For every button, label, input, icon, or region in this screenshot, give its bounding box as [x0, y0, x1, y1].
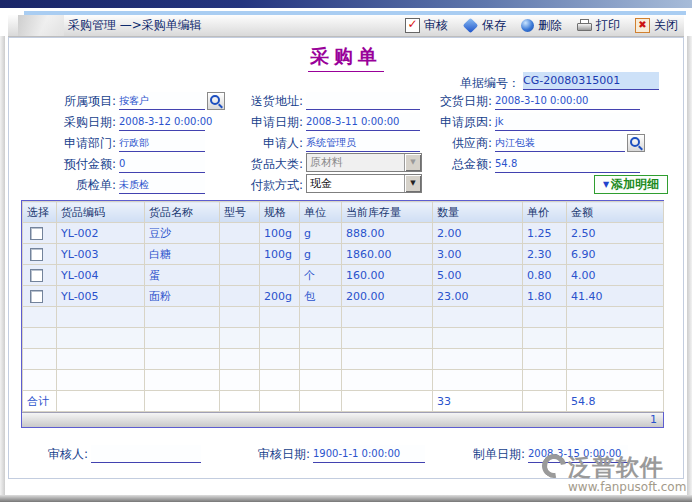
add-detail-button[interactable]: ▼ 添加明细: [594, 175, 668, 194]
purchase-order-window: 采购管理 —>采购单编辑 ✓ 审核 保存 删除 打印 ✖ 关闭: [0, 0, 692, 502]
col-select: 选择: [23, 202, 57, 223]
table-row[interactable]: YL-002 豆沙 100g g 888.00 2.00 1.25 2.50: [23, 223, 664, 244]
delete-icon: [521, 19, 534, 32]
print-button-label: 打印: [596, 17, 620, 34]
apply-date-label: 申请日期:: [230, 113, 303, 131]
qc-sheet-label: 质检单:: [20, 176, 116, 194]
delivery-date-label: 交货日期:: [400, 92, 492, 110]
grid-pager: 1: [22, 412, 663, 427]
row-checkbox[interactable]: [30, 290, 43, 303]
purchase-date-label: 采购日期:: [20, 113, 116, 131]
total-amount: 54.8: [567, 391, 664, 412]
goods-category-value: 原材料: [307, 154, 404, 171]
close-button-label: 关闭: [654, 17, 678, 34]
audit-button-label: 审核: [424, 17, 448, 34]
close-button[interactable]: ✖ 关闭: [635, 17, 678, 34]
doc-no-label: 单据编号：: [420, 74, 520, 92]
audit-date-label: 审核日期:: [240, 445, 310, 463]
col-model: 型号: [220, 202, 260, 223]
empty-row: [23, 307, 664, 328]
delivery-address-label: 送货地址:: [230, 92, 303, 110]
col-amount: 金额: [567, 202, 664, 223]
caret-down-icon: ▼: [603, 180, 609, 189]
project-search-button[interactable]: [207, 92, 225, 110]
brand-name: 泛普软件: [568, 452, 664, 483]
col-price: 单价: [523, 202, 567, 223]
audit-check-icon: ✓: [405, 18, 420, 33]
row-checkbox[interactable]: [30, 227, 43, 240]
window-frame-left: [0, 36, 5, 495]
delete-button[interactable]: 删除: [521, 17, 562, 34]
col-stock: 当前库存量: [342, 202, 433, 223]
payment-method-select[interactable]: 现金 ▼: [306, 174, 422, 193]
col-qty: 数量: [433, 202, 523, 223]
save-icon: [463, 18, 479, 34]
supplier-search-button[interactable]: [627, 134, 645, 152]
total-amount-field[interactable]: 54.8: [495, 155, 640, 173]
empty-row: [23, 349, 664, 370]
row-checkbox[interactable]: [30, 248, 43, 261]
print-icon: [577, 19, 592, 32]
brand-url: www.fanpusoft.com: [568, 480, 686, 494]
project-field[interactable]: 按客户: [119, 92, 205, 110]
prepay-amount-label: 预付金额:: [20, 155, 116, 173]
doc-title: 采购单: [0, 44, 692, 72]
toolbar-buttons: ✓ 审核 保存 删除 打印 ✖ 关闭: [405, 15, 678, 36]
table-row[interactable]: YL-004 蛋 个 160.00 5.00 0.80 4.00: [23, 265, 664, 286]
audit-date-field[interactable]: 1900-1-1 0:00:00: [313, 445, 425, 463]
col-spec: 规格: [260, 202, 300, 223]
audit-button[interactable]: ✓ 审核: [405, 17, 448, 34]
print-button[interactable]: 打印: [577, 17, 620, 34]
window-title-strip: [0, 0, 692, 8]
goods-category-label: 货品大类:: [230, 155, 303, 173]
project-label: 所属项目:: [20, 92, 116, 110]
chevron-down-icon[interactable]: ▼: [404, 175, 421, 192]
add-detail-label: 添加明细: [611, 176, 659, 193]
auditor-label: 审核人:: [20, 445, 88, 463]
brand-logo-icon: [537, 449, 570, 482]
prepay-amount-field[interactable]: 0: [119, 155, 205, 173]
delete-button-label: 删除: [538, 17, 562, 34]
breadcrumb: 采购管理 —>采购单编辑: [68, 15, 202, 36]
qc-sheet-field[interactable]: 未质检: [119, 176, 205, 194]
col-unit: 单位: [300, 202, 342, 223]
payment-method-value: 现金: [307, 175, 404, 192]
supplier-field[interactable]: 内江包装: [495, 134, 625, 152]
col-name: 货品名称: [145, 202, 220, 223]
empty-row: [23, 370, 664, 391]
close-icon: ✖: [635, 18, 650, 33]
brand-watermark: 泛普软件 www.fanpusoft.com: [542, 452, 688, 498]
apply-dept-field[interactable]: 行政部: [119, 134, 205, 152]
purchase-date-field[interactable]: 2008-3-12 0:00:00: [119, 113, 205, 131]
save-button-label: 保存: [482, 17, 506, 34]
detail-grid: 选择 货品编码 货品名称 型号 规格 单位 当前库存量 数量 单价 金额 YL-…: [21, 200, 664, 428]
applicant-label: 申请人:: [230, 134, 303, 152]
toolbar: 采购管理 —>采购单编辑 ✓ 审核 保存 删除 打印 ✖ 关闭: [8, 15, 684, 37]
apply-dept-label: 申请部门:: [20, 134, 116, 152]
window-frame-right: [687, 36, 692, 495]
col-code: 货品编码: [57, 202, 145, 223]
delivery-date-field[interactable]: 2008-3-10 0:00:00: [495, 92, 640, 110]
payment-method-label: 付款方式:: [230, 176, 303, 194]
empty-row: [23, 328, 664, 349]
total-amount-label: 总金额:: [400, 155, 492, 173]
total-qty: 33: [433, 391, 523, 412]
total-label: 合计: [23, 391, 57, 412]
breadcrumb-decor: [18, 15, 64, 36]
row-checkbox[interactable]: [30, 269, 43, 282]
total-row: 合计 33 54.8: [23, 391, 664, 412]
save-button[interactable]: 保存: [463, 17, 506, 34]
apply-reason-field[interactable]: jk: [495, 113, 640, 131]
doc-no-field[interactable]: CG-20080315001: [523, 72, 659, 90]
apply-reason-label: 申请原因:: [400, 113, 492, 131]
auditor-field[interactable]: [91, 445, 201, 463]
supplier-label: 供应商:: [400, 134, 492, 152]
table-row[interactable]: YL-003 白糖 100g g 1860.00 3.00 2.30 6.90: [23, 244, 664, 265]
make-date-label: 制单日期:: [455, 445, 525, 463]
grid-header-row: 选择 货品编码 货品名称 型号 规格 单位 当前库存量 数量 单价 金额: [23, 202, 664, 223]
table-row[interactable]: YL-005 面粉 200g 包 200.00 23.00 1.80 41.40: [23, 286, 664, 307]
